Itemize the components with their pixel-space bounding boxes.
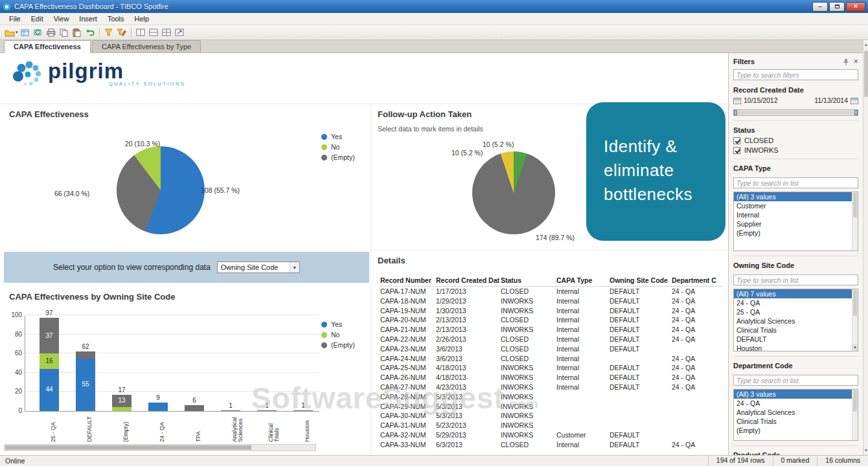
table-row[interactable]: CAPA-25-NUM4/18/2013INWORKSInternalDEFAU… — [379, 363, 722, 373]
table-row[interactable]: CAPA-27-NUM4/23/2013INWORKSInternalDEFAU… — [379, 383, 722, 392]
date-to[interactable]: 11/13/2014 — [814, 96, 848, 104]
list-item[interactable]: Analytical Sciences — [734, 408, 858, 417]
list-item[interactable]: Clinical Trials — [734, 326, 858, 335]
undo-button[interactable] — [84, 27, 96, 38]
table-row[interactable]: CAPA-26-NUM4/18/2013INWORKSInternalDEFAU… — [379, 373, 722, 383]
list-item[interactable]: (All) 3 values — [734, 192, 858, 201]
bar-segment-empty[interactable]: 37 — [40, 318, 59, 353]
open-file-button[interactable]: ▾ — [5, 27, 18, 38]
details-column-header[interactable]: Record Number — [379, 275, 435, 287]
table-row[interactable]: CAPA-22-NUM2/26/2013CLOSEDInternalDEFAUL… — [379, 335, 722, 344]
table-row[interactable]: CAPA-31-NUM5/23/2013INWORKS — [379, 421, 722, 430]
scrollbar-thumb[interactable] — [853, 290, 857, 316]
menu-tools[interactable]: Tools — [102, 14, 130, 24]
filter-list-search-input[interactable] — [733, 177, 858, 188]
followup-pie[interactable] — [472, 151, 555, 234]
close-icon[interactable]: × — [853, 58, 858, 65]
listbox-scrollbar[interactable]: ▼ — [852, 289, 858, 351]
table-row[interactable]: CAPA-32-NUM5/29/2013INWORKSCustomerDEFAU… — [379, 430, 722, 440]
legend-item[interactable]: No — [321, 143, 355, 151]
list-item[interactable]: (Empty) — [734, 426, 858, 435]
table-row[interactable]: CAPA-33-NUM6/3/2013CLOSEDInternalDEFAULT… — [379, 440, 722, 450]
checkbox[interactable] — [733, 147, 740, 154]
table-row[interactable]: CAPA-30-NUM5/3/2013INWORKS — [379, 411, 722, 421]
copy-button[interactable] — [58, 27, 70, 38]
table-row[interactable]: CAPA-23-NUM3/6/2013CLOSEDInternalDEFAULT — [379, 344, 722, 354]
filter-organize-button[interactable] — [116, 27, 128, 38]
bar-segment-empty[interactable] — [257, 410, 277, 412]
list-item[interactable]: 25 - QA — [734, 307, 858, 316]
grid-layout-button[interactable] — [161, 27, 172, 38]
list-item[interactable]: DEFAULT — [734, 335, 858, 344]
add-data-table-button[interactable] — [19, 27, 31, 38]
table-row[interactable]: CAPA-28-NUM5/3/2013INWORKS — [379, 392, 722, 402]
status-marked-count[interactable]: 0 marked — [773, 456, 817, 466]
slider-handle-left[interactable] — [734, 110, 737, 115]
listbox-scrollbar[interactable] — [852, 390, 858, 440]
table-row[interactable]: CAPA-17-NUM1/17/2013CLOSEDInternalDEFAUL… — [379, 287, 722, 296]
filter-search-input[interactable] — [733, 69, 858, 80]
tab-capa-effectiveness-by-type[interactable]: CAPA Effectiveness by Type — [92, 40, 201, 52]
bar-segment-yes[interactable]: 44 — [40, 369, 59, 411]
bar-segment-empty[interactable] — [76, 351, 95, 358]
list-item[interactable]: Clinical Trials — [734, 417, 858, 426]
bar-segment-empty[interactable] — [185, 405, 204, 411]
list-item[interactable]: (Empty) — [734, 228, 858, 238]
legend-item[interactable]: (Empty) — [321, 341, 355, 349]
legend-item[interactable]: (Empty) — [321, 153, 355, 161]
print-button[interactable] — [45, 27, 57, 38]
list-item[interactable]: Supplier — [734, 219, 858, 228]
status-option-inworks[interactable]: INWORKS — [733, 146, 858, 154]
listbox-scrollbar[interactable] — [852, 192, 858, 250]
menu-insert[interactable]: Insert — [74, 14, 102, 24]
list-item[interactable]: 24 - QA — [734, 399, 858, 408]
details-column-header[interactable]: Department C — [670, 275, 722, 287]
legend-item[interactable]: Yes — [321, 133, 355, 140]
table-row[interactable]: CAPA-20-NUM2/13/2013CLOSEDInternalDEFAUL… — [379, 315, 722, 325]
status-row-count[interactable]: 194 of 194 rows — [708, 456, 773, 466]
split-horizontal-layout-button[interactable] — [148, 27, 159, 38]
date-from[interactable]: 10/15/2012 — [744, 96, 778, 104]
pin-icon[interactable] — [843, 58, 849, 65]
refresh-data-button[interactable] — [32, 27, 44, 38]
bar-segment-no[interactable]: 16 — [40, 353, 59, 369]
legend-item[interactable]: Yes — [321, 320, 355, 328]
list-item[interactable]: (All) 3 values — [734, 390, 858, 399]
table-row[interactable]: CAPA-29-NUM5/3/2013INWORKS — [379, 402, 722, 412]
scroll-down-arrow[interactable]: ▼ — [852, 344, 858, 351]
scroll-down-arrow[interactable]: ▼ — [863, 446, 868, 455]
bar-segment-empty[interactable] — [293, 410, 313, 412]
scroll-up-arrow[interactable]: ▲ — [863, 40, 868, 49]
table-row[interactable]: CAPA-18-NUM1/29/2013INWORKSInternalDEFAU… — [379, 296, 722, 306]
slider-selected-range[interactable] — [737, 111, 854, 115]
chevron-down-icon[interactable]: ▼ — [290, 262, 299, 272]
scrollbar-thumb[interactable] — [864, 50, 868, 97]
site-code-dropdown[interactable]: Owning Site Code ▼ — [217, 261, 300, 273]
details-column-header[interactable]: Record Created Date — [435, 275, 499, 287]
list-item[interactable]: Analytical Sciences — [734, 316, 858, 326]
filter-list-search-input[interactable] — [733, 274, 858, 285]
scrollbar-thumb[interactable] — [853, 193, 857, 217]
split-vertical-layout-button[interactable] — [135, 27, 146, 38]
minimize-button[interactable]: – — [812, 2, 828, 12]
maximize-visualization-button[interactable] — [174, 27, 185, 38]
scrollbar-thumb[interactable] — [853, 390, 857, 412]
menu-edit[interactable]: Edit — [26, 14, 49, 24]
menu-help[interactable]: Help — [130, 14, 155, 24]
bar-plot[interactable]: 020406080100441637975562131796111 — [25, 316, 319, 412]
close-button[interactable]: × — [846, 2, 865, 12]
tab-capa-effectiveness[interactable]: CAPA Effectiveness — [4, 40, 91, 53]
bar-segment-yes[interactable] — [148, 403, 168, 411]
legend-item[interactable]: No — [321, 331, 355, 338]
details-column-header[interactable]: CAPA Type — [555, 275, 608, 287]
bar-segment-empty[interactable]: 13 — [112, 395, 131, 407]
table-row[interactable]: CAPA-19-NUM1/30/2013INWORKSInternalDEFAU… — [379, 306, 722, 316]
filter-button[interactable] — [103, 27, 115, 38]
list-item[interactable]: Houston — [734, 344, 858, 351]
table-row[interactable]: CAPA-24-NUM3/6/2013CLOSEDInternal24 - QA — [379, 354, 722, 364]
filter-list-search-input[interactable] — [733, 375, 858, 386]
details-column-header[interactable]: Owning Site Code — [608, 275, 670, 287]
horizontal-scrollbar[interactable] — [4, 444, 316, 451]
menu-view[interactable]: View — [49, 14, 74, 24]
list-item[interactable]: (All) 7 values — [734, 289, 858, 298]
